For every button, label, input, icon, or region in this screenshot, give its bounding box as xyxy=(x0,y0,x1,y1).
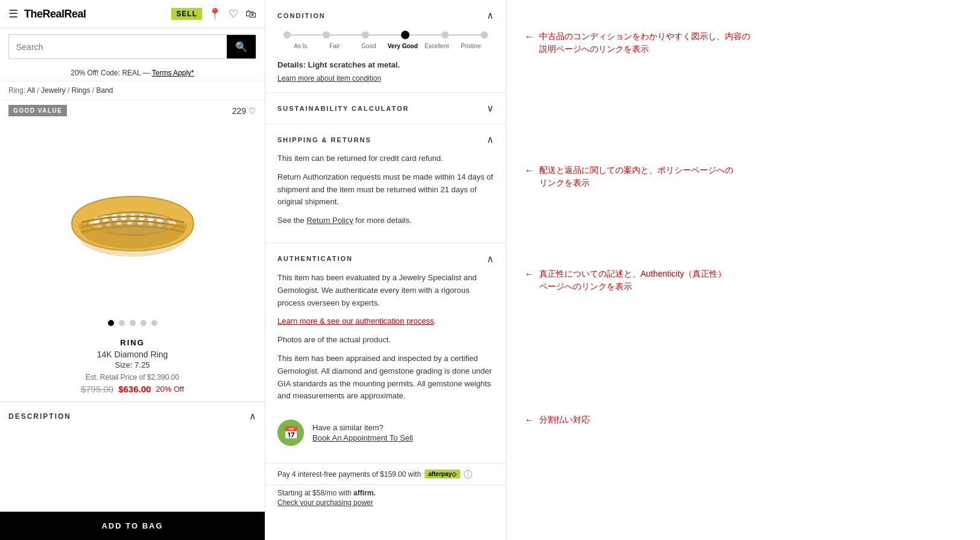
condition-label-1: Fair xyxy=(318,43,352,49)
image-dot-3[interactable] xyxy=(130,320,136,326)
image-dot-1[interactable] xyxy=(108,320,114,326)
annotation-text-4: 分割払い対応 xyxy=(539,413,590,426)
auth-link-p: Learn more & see our authentication proc… xyxy=(277,315,494,328)
condition-dot-1[interactable] xyxy=(323,31,330,39)
sell-badge[interactable]: SELL xyxy=(171,8,202,20)
product-size: Size: 7.25 xyxy=(8,360,256,369)
condition-header[interactable]: CONDITION ∧ xyxy=(277,10,494,21)
see-prefix: See the xyxy=(277,216,306,225)
breadcrumb-sep3: / xyxy=(68,86,72,95)
promo-text: 20% Off! Code: REAL — xyxy=(71,69,152,77)
return-policy-link[interactable]: Return Policy xyxy=(306,216,353,225)
sustainability-chevron[interactable]: ∨ xyxy=(487,102,494,114)
condition-bar-area: As Is Fair Good Very Good Excellent Pris… xyxy=(277,21,494,54)
affirm-text: Starting at $58/mo with xyxy=(277,489,353,497)
sell-appt-info: Have a similar item? Book An Appointment… xyxy=(312,423,413,442)
shipping-header[interactable]: SHIPPING & RETURNS ∧ xyxy=(277,134,494,145)
authentication-body: This item has been evaluated by a Jewelr… xyxy=(277,265,494,403)
annotation-4: ← 分割払い対応 xyxy=(525,413,962,426)
see-suffix: for more details. xyxy=(353,216,412,225)
good-value-badge: GOOD VALUE xyxy=(8,105,67,116)
wishlist-count[interactable]: 229 ♡ xyxy=(232,106,256,116)
breadcrumb-rings[interactable]: Rings xyxy=(72,86,90,95)
promo-link[interactable]: Terms Apply* xyxy=(152,69,194,77)
image-dot-2[interactable] xyxy=(119,320,125,326)
affirm-purchasing-link[interactable]: Check your purchasing power xyxy=(277,498,494,507)
condition-labels: As Is Fair Good Very Good Excellent Pris… xyxy=(283,43,488,49)
photos-text: Photos are of the actual product. xyxy=(277,334,494,347)
breadcrumb-band[interactable]: Band xyxy=(96,86,113,95)
product-image xyxy=(60,157,205,278)
hamburger-icon[interactable]: ☰ xyxy=(8,7,18,20)
return-text: This item can be returned for credit car… xyxy=(277,152,494,165)
condition-dot-4[interactable] xyxy=(441,31,449,39)
learn-condition-link[interactable]: Learn more about item condition xyxy=(277,74,494,83)
arrow-2: ← xyxy=(525,165,534,176)
condition-dot-5[interactable] xyxy=(481,31,488,39)
condition-dot-3[interactable] xyxy=(401,31,409,39)
condition-label-2: Good xyxy=(352,43,386,49)
condition-label-3: Very Good xyxy=(386,43,420,49)
auth-process-link[interactable]: Learn more & see our authentication proc… xyxy=(277,316,434,325)
condition-label-4: Excellent xyxy=(420,43,454,49)
sustainability-header[interactable]: SUSTAINABILITY CALCULATOR ∨ xyxy=(277,102,494,114)
shipping-title: SHIPPING & RETURNS xyxy=(277,136,371,143)
calendar-icon: 📅 xyxy=(283,425,299,440)
auth-text2: This item has been appraised and inspect… xyxy=(277,353,494,403)
image-dots xyxy=(0,314,265,332)
affirm-brand: affirm. xyxy=(353,489,376,497)
image-dot-4[interactable] xyxy=(141,320,147,326)
arrow-3: ← xyxy=(525,269,534,280)
description-section[interactable]: DESCRIPTION ∧ xyxy=(0,401,265,430)
condition-label-5: Pristine xyxy=(454,43,488,49)
sustainability-section: SUSTAINABILITY CALCULATOR ∨ xyxy=(265,93,506,124)
condition-dot-0[interactable] xyxy=(283,31,291,39)
product-image-area xyxy=(0,121,265,314)
header-icons: 📍 ♡ 🛍 xyxy=(208,7,256,20)
condition-title: CONDITION xyxy=(277,12,326,19)
see-policy-text: See the Return Policy for more details. xyxy=(277,215,494,227)
product-info: RING 14K Diamond Ring Size: 7.25 Est. Re… xyxy=(0,332,265,397)
location-icon[interactable]: 📍 xyxy=(208,7,221,20)
search-input[interactable] xyxy=(9,36,227,58)
afterpay-badge: afterpay◇ xyxy=(425,469,460,479)
annotation-text-1: 中古品のコンディションをわかりやすく図示し、内容の説明ページへのリンクを表示 xyxy=(539,30,750,55)
condition-chevron[interactable]: ∧ xyxy=(487,10,494,21)
authorization-text: Return Authorization requests must be ma… xyxy=(277,171,494,209)
authentication-chevron[interactable]: ∧ xyxy=(487,253,494,265)
shipping-body: This item can be returned for credit car… xyxy=(277,145,494,227)
condition-track xyxy=(283,31,488,39)
breadcrumb-jewelry[interactable]: Jewelry xyxy=(41,86,66,95)
annotation-1: ← 中古品のコンディションをわかりやすく図示し、内容の説明ページへのリンクを表示 xyxy=(525,30,962,55)
sell-appt-question: Have a similar item? xyxy=(312,423,384,432)
product-type: RING xyxy=(8,338,256,347)
afterpay-info-icon[interactable]: i xyxy=(464,470,472,479)
breadcrumb-ring-label: Ring: xyxy=(8,86,25,95)
breadcrumb-all[interactable]: All xyxy=(27,86,35,95)
condition-label-0: As Is xyxy=(283,43,318,49)
shipping-chevron[interactable]: ∧ xyxy=(487,134,494,145)
afterpay-text-prefix: Pay 4 interest-free payments of $159.00 … xyxy=(277,470,421,479)
authentication-section: AUTHENTICATION ∧ This item has been eval… xyxy=(265,243,506,463)
bag-icon[interactable]: 🛍 xyxy=(245,8,256,20)
search-icon: 🔍 xyxy=(235,42,247,52)
condition-dot-2[interactable] xyxy=(362,31,369,39)
sell-icon-circle: 📅 xyxy=(277,419,304,446)
retail-price: Est. Retail Price of $2,390.00 xyxy=(8,373,256,381)
price-row: $795.00 $636.00 20% Off xyxy=(8,384,256,394)
sell-appt-link[interactable]: Book An Appointment To Sell xyxy=(312,433,413,442)
afterpay-row: Pay 4 interest-free payments of $159.00 … xyxy=(265,463,506,485)
wishlist-icon[interactable]: ♡ xyxy=(229,7,238,20)
search-button[interactable]: 🔍 xyxy=(227,35,256,58)
description-chevron[interactable]: ∧ xyxy=(249,410,256,422)
original-price: $795.00 xyxy=(81,384,113,394)
description-label: DESCRIPTION xyxy=(8,412,71,421)
annotation-text-3: 真正性についての記述と、Authenticity（真正性）ページへのリンクを表示 xyxy=(539,268,726,293)
authentication-title: AUTHENTICATION xyxy=(277,255,353,262)
discount-pct: 20% Off xyxy=(156,385,184,394)
image-dot-5[interactable] xyxy=(151,320,157,326)
arrow-1: ← xyxy=(525,31,534,42)
promo-bar: 20% Off! Code: REAL — Terms Apply* xyxy=(0,65,265,81)
authentication-header[interactable]: AUTHENTICATION ∧ xyxy=(277,253,494,265)
add-to-bag-button[interactable]: ADD TO BAG xyxy=(0,512,265,540)
